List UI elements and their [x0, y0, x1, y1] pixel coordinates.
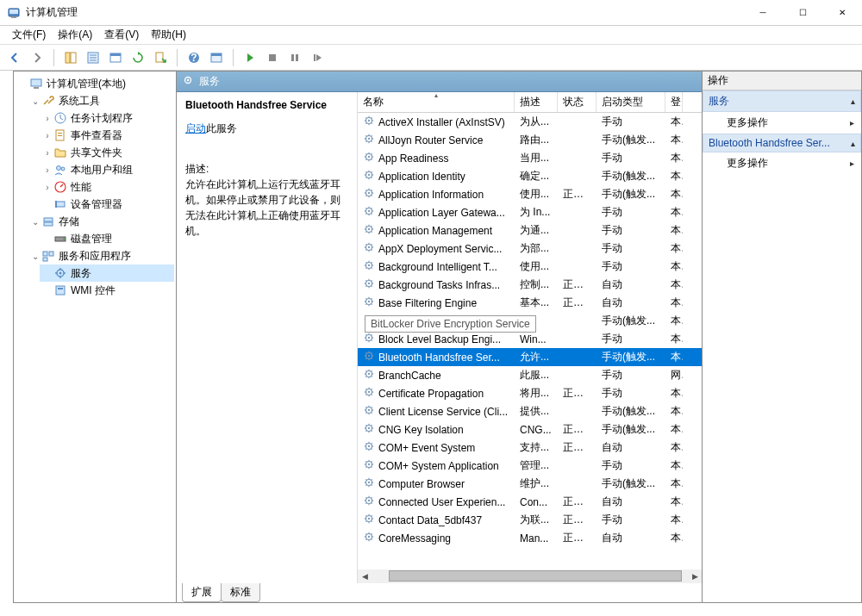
start-service-button[interactable] — [240, 48, 259, 67]
menu-view[interactable]: 查看(V) — [99, 26, 144, 44]
maximize-button[interactable]: ☐ — [783, 0, 822, 26]
service-status-cell: 正在... — [558, 422, 597, 437]
tree-diskmgmt[interactable]: 磁盘管理 — [40, 230, 174, 247]
service-row[interactable]: Base Filtering Engine基本...正在...自动本 — [358, 294, 702, 312]
service-row[interactable]: Bluetooth Handsfree Ser...允许...手动(触发...本 — [358, 348, 702, 366]
service-row[interactable]: Contact Data_5dbf437为联...正在...手动本 — [358, 511, 702, 529]
service-row[interactable]: AppX Deployment Servic...为部...手动本 — [358, 240, 702, 258]
show-hide-tree-button[interactable] — [61, 48, 80, 67]
scroll-right-button[interactable]: ▶ — [688, 569, 702, 583]
stop-service-button[interactable] — [263, 48, 282, 67]
pause-service-button[interactable] — [285, 48, 304, 67]
tree-wmi[interactable]: WMI 控件 — [40, 282, 174, 299]
tree-eventvwr[interactable]: ›事件查看器 — [40, 127, 174, 144]
svg-rect-20 — [31, 79, 41, 86]
expand-icon[interactable]: › — [41, 114, 53, 123]
service-row[interactable]: Background Tasks Infras...控制...正在...自动本 — [358, 276, 702, 294]
col-status[interactable]: 状态 — [558, 92, 597, 112]
service-row[interactable]: Certificate Propagation将用...正在...手动本 — [358, 384, 702, 402]
service-row[interactable]: CoreMessagingMan...正在...自动本 — [358, 529, 702, 547]
gear-icon — [363, 440, 375, 455]
svg-point-89 — [368, 192, 370, 194]
minimize-button[interactable]: ─ — [743, 0, 783, 26]
service-row[interactable]: Background Intelligent T...使用...手动本 — [358, 258, 702, 276]
col-start[interactable]: 启动类型 — [597, 92, 665, 112]
service-name-cell: Application Layer Gatewa... — [358, 205, 515, 220]
svg-line-95 — [372, 196, 372, 196]
service-row[interactable]: Block Level Backup Engi...Win...手动本 — [358, 330, 702, 348]
service-row[interactable]: AllJoyn Router Service路由...手动(触发...本 — [358, 131, 702, 149]
tree-perf[interactable]: ›性能 — [40, 178, 174, 196]
service-row[interactable]: Application Layer Gatewa...为 In...手动本 — [358, 203, 702, 221]
export-button[interactable] — [106, 48, 125, 67]
service-row[interactable]: App Readiness当用...手动本 — [358, 149, 702, 167]
expand-icon[interactable]: › — [41, 131, 53, 140]
tree-shared[interactable]: ›共享文件夹 — [40, 144, 174, 161]
menu-help[interactable]: 帮助(H) — [146, 26, 191, 44]
collapse-icon[interactable]: ⌄ — [29, 96, 41, 106]
expand-icon[interactable]: › — [41, 165, 53, 175]
svg-line-207 — [372, 389, 372, 389]
center-tabs: 扩展 标准 — [177, 583, 702, 602]
forward-button[interactable] — [28, 48, 47, 67]
titlebar: 计算机管理 ─ ☐ ✕ — [0, 0, 862, 26]
service-row[interactable]: Application Information使用...正在...手动(触发..… — [358, 185, 702, 203]
service-row[interactable]: Application Management为通...手动本 — [358, 221, 702, 240]
tree-storage[interactable]: ⌄存储 — [28, 213, 174, 230]
service-row[interactable]: CNG Key IsolationCNG...正在...手动(触发...本 — [358, 420, 702, 439]
svg-line-147 — [372, 280, 372, 281]
export-list-button[interactable] — [151, 48, 170, 67]
action-more-2[interactable]: 更多操作▸ — [703, 152, 861, 174]
properties-button[interactable] — [84, 48, 103, 67]
restart-service-button[interactable] — [308, 48, 327, 67]
back-button[interactable] — [5, 48, 24, 67]
svg-line-194 — [365, 370, 366, 371]
gear-icon — [363, 495, 375, 509]
start-link[interactable]: 启动 — [185, 122, 206, 134]
scroll-thumb[interactable] — [389, 570, 682, 582]
svg-point-79 — [368, 174, 370, 176]
tab-standard[interactable]: 标准 — [221, 583, 260, 602]
action-group-services[interactable]: 服务▴ — [703, 90, 861, 112]
collapse-icon[interactable]: ⌄ — [29, 217, 41, 227]
col-logon[interactable]: 登 — [665, 92, 683, 112]
tab-extended[interactable]: 扩展 — [182, 583, 222, 602]
svg-line-177 — [372, 334, 372, 335]
service-row[interactable]: ActiveX Installer (AxInstSV)为从...手动本 — [358, 113, 702, 131]
action-group-selected[interactable]: Bluetooth Handsfree Ser...▴ — [703, 134, 861, 152]
svg-rect-31 — [44, 218, 53, 221]
help-button[interactable]: ? — [184, 48, 203, 67]
close-button[interactable]: ✕ — [822, 0, 862, 26]
help2-button[interactable] — [207, 48, 226, 67]
tree-systools[interactable]: ⌄系统工具 — [28, 92, 174, 109]
tree-svcapps[interactable]: ⌄服务和应用程序 — [28, 247, 174, 264]
service-row[interactable]: BranchCache此服...手动网 — [358, 366, 702, 384]
service-row[interactable]: COM+ Event System支持...正在...自动本 — [358, 439, 702, 457]
service-row[interactable]: Connected User Experien...Con...正在...自动本 — [358, 493, 702, 511]
tree-schedtasks[interactable]: ›任务计划程序 — [40, 109, 174, 127]
refresh-button[interactable] — [128, 48, 147, 67]
service-row[interactable]: Client License Service (Cli...提供...手动(触发… — [358, 402, 702, 420]
svg-line-184 — [365, 352, 366, 353]
scroll-left-button[interactable]: ◀ — [358, 569, 372, 583]
tree-services[interactable]: 服务 — [40, 264, 174, 282]
col-desc[interactable]: 描述 — [515, 92, 558, 112]
service-row[interactable]: Application Identity确定...手动(触发...本 — [358, 167, 702, 185]
menu-file[interactable]: 文件(F) — [7, 26, 51, 44]
expand-icon[interactable]: › — [41, 148, 53, 158]
gear-icon — [363, 350, 375, 364]
apps-icon — [41, 249, 55, 263]
collapse-icon[interactable]: ⌄ — [29, 252, 41, 261]
expand-icon[interactable]: › — [41, 183, 53, 192]
service-start-cell: 手动(触发... — [597, 404, 665, 419]
tree-devmgr[interactable]: 设备管理器 — [40, 196, 174, 213]
service-row[interactable]: COM+ System Application管理...手动本 — [358, 457, 702, 475]
tree-users[interactable]: ›本地用户和组 — [40, 161, 174, 178]
col-name[interactable]: 名称▴ — [358, 92, 515, 112]
service-row[interactable]: Computer Browser维护...手动(触发...本 — [358, 475, 702, 493]
tree-root[interactable]: 计算机管理(本地) — [16, 75, 174, 92]
action-more-1[interactable]: 更多操作▸ — [703, 112, 861, 134]
service-name-cell: BranchCache — [358, 368, 515, 383]
h-scrollbar[interactable]: ◀ ▶ — [358, 569, 702, 583]
menu-action[interactable]: 操作(A) — [53, 26, 97, 44]
